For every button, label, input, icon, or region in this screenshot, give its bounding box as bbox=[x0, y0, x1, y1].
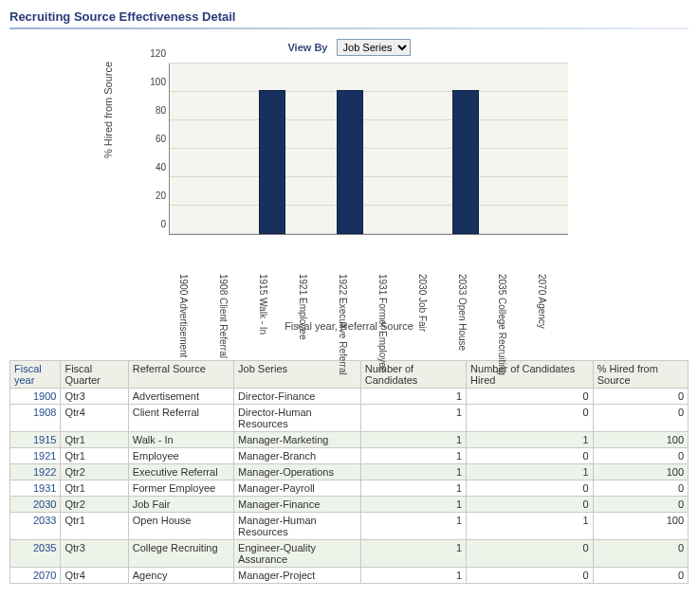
cell-referral-source: College Recruiting bbox=[128, 540, 233, 568]
cell-num-candidates: 1 bbox=[365, 570, 462, 581]
cell-fiscal-quarter: Qtr3 bbox=[61, 389, 128, 405]
chart-bar-slot bbox=[291, 63, 330, 234]
chart-bar-slot bbox=[214, 63, 253, 234]
col-fiscal-quarter: Fiscal Quarter bbox=[61, 361, 128, 389]
cell-job-series: Manager-Project bbox=[234, 568, 361, 584]
chart-bar bbox=[259, 90, 285, 234]
cell-fiscal-quarter: Qtr1 bbox=[61, 480, 128, 497]
cell-referral-source: Advertisement bbox=[128, 389, 233, 405]
table-row: 2030Qtr2Job FairManager-Finance100 bbox=[10, 497, 689, 513]
cell-job-series: Director-Human Resources bbox=[234, 405, 361, 432]
col-referral-source: Referral Source bbox=[128, 361, 233, 389]
chart-xlabel-item: 1922 Executive Referral bbox=[337, 274, 348, 285]
cell-referral-source: Client Referral bbox=[128, 405, 233, 432]
cell-num-hired: 0 bbox=[470, 542, 589, 553]
chart-ytick: 120 bbox=[143, 48, 166, 59]
fiscal-year-link[interactable]: 1921 bbox=[14, 450, 56, 462]
table-row: 2070Qtr4AgencyManager-Project100 bbox=[10, 568, 689, 584]
results-table: Fiscal year Fiscal Quarter Referral Sour… bbox=[9, 360, 689, 584]
cell-referral-source: Walk - In bbox=[128, 432, 233, 448]
cell-fiscal-quarter: Qtr1 bbox=[61, 513, 128, 540]
chart-bar bbox=[337, 90, 363, 234]
cell-job-series: Manager-Marketing bbox=[234, 432, 361, 448]
cell-job-series: Manager-Human Resources bbox=[234, 513, 361, 540]
cell-num-hired: 0 bbox=[470, 450, 589, 462]
cell-fiscal-quarter: Qtr4 bbox=[61, 405, 128, 432]
chart-bar-slot bbox=[175, 63, 214, 234]
fiscal-year-link[interactable]: 1931 bbox=[14, 482, 56, 494]
fiscal-year-link[interactable]: 1922 bbox=[14, 466, 56, 478]
fiscal-year-link[interactable]: 2033 bbox=[14, 515, 56, 526]
cell-fiscal-quarter: Qtr3 bbox=[61, 540, 128, 568]
chart-ytick: 20 bbox=[143, 190, 166, 201]
cell-num-hired: 1 bbox=[470, 434, 589, 445]
cell-fiscal-quarter: Qtr1 bbox=[61, 432, 128, 448]
table-row: 1931Qtr1Former EmployeeManager-Payroll10… bbox=[10, 480, 689, 497]
chart-ytick: 0 bbox=[143, 219, 166, 229]
table-row: 2033Qtr1Open HouseManager-Human Resource… bbox=[10, 513, 689, 540]
cell-job-series: Manager-Finance bbox=[234, 497, 361, 513]
chart-xlabel-item: 1921 Employee bbox=[297, 274, 308, 285]
chart-ytick: 100 bbox=[143, 77, 166, 87]
chart-bar-slot bbox=[369, 63, 408, 234]
cell-pct-hired: 100 bbox=[597, 434, 684, 445]
fiscal-year-link[interactable]: 2035 bbox=[14, 542, 56, 553]
cell-job-series: Director-Finance bbox=[234, 389, 361, 405]
cell-referral-source: Open House bbox=[128, 513, 233, 540]
fiscal-year-link[interactable]: 2030 bbox=[14, 498, 56, 510]
viewby-select[interactable]: Job Series bbox=[337, 39, 411, 56]
chart-bars bbox=[170, 63, 568, 234]
table-row: 1922Qtr2Executive ReferralManager-Operat… bbox=[10, 464, 689, 480]
cell-pct-hired: 0 bbox=[597, 542, 684, 553]
table-row: 1915Qtr1Walk - InManager-Marketing11100 bbox=[10, 432, 689, 448]
col-num-candidates: Number of Candidates bbox=[360, 361, 466, 389]
cell-pct-hired: 0 bbox=[597, 390, 684, 402]
table-row: 1921Qtr1EmployeeManager-Branch100 bbox=[10, 448, 689, 464]
chart-bar-slot bbox=[447, 63, 486, 234]
viewby-row: View By Job Series bbox=[9, 39, 689, 56]
cell-pct-hired: 0 bbox=[597, 570, 684, 581]
chart-bar-slot bbox=[330, 63, 369, 234]
chart-xlabel-item: 2033 Open House bbox=[456, 274, 468, 285]
chart-xlabel-item: 1931 Former Employee bbox=[377, 274, 388, 285]
col-num-hired: Number of Candidates Hired bbox=[467, 361, 594, 389]
page-title: Recruiting Source Effectiveness Detail bbox=[9, 9, 689, 24]
cell-num-candidates: 1 bbox=[365, 407, 462, 418]
chart: % Hired from Source 020406080100120 1900… bbox=[112, 63, 586, 332]
chart-bar-slot bbox=[408, 63, 447, 234]
cell-num-hired: 0 bbox=[470, 390, 589, 402]
chart-bar-slot bbox=[485, 63, 524, 234]
fiscal-year-link[interactable]: 1915 bbox=[14, 434, 56, 445]
cell-job-series: Manager-Payroll bbox=[234, 480, 361, 497]
cell-fiscal-quarter: Qtr2 bbox=[61, 464, 128, 480]
cell-num-candidates: 1 bbox=[365, 450, 462, 462]
cell-referral-source: Agency bbox=[128, 568, 233, 584]
cell-pct-hired: 0 bbox=[597, 407, 684, 418]
chart-xlabel-item: 2035 College Recruiting bbox=[496, 274, 507, 285]
cell-num-hired: 0 bbox=[470, 498, 589, 510]
chart-bar-slot bbox=[524, 63, 562, 234]
cell-referral-source: Executive Referral bbox=[128, 464, 233, 480]
fiscal-year-link[interactable]: 2070 bbox=[14, 570, 56, 581]
cell-fiscal-quarter: Qtr2 bbox=[61, 497, 128, 513]
chart-xlabel-item: 2070 Agency bbox=[536, 274, 547, 285]
cell-num-candidates: 1 bbox=[365, 466, 462, 478]
chart-xlabels: 1900 Advertisement1908 Client Referral19… bbox=[169, 236, 579, 247]
chart-xlabel-item: 1908 Client Referral bbox=[217, 274, 229, 285]
cell-referral-source: Job Fair bbox=[128, 497, 233, 513]
col-fiscal-year[interactable]: Fiscal year bbox=[10, 361, 61, 389]
cell-num-hired: 0 bbox=[470, 482, 589, 494]
cell-num-hired: 0 bbox=[470, 570, 589, 581]
chart-ytick: 80 bbox=[143, 105, 166, 116]
table-header-row: Fiscal year Fiscal Quarter Referral Sour… bbox=[10, 361, 689, 389]
cell-fiscal-quarter: Qtr4 bbox=[61, 568, 128, 584]
table-row: 1900Qtr3AdvertisementDirector-Finance100 bbox=[10, 389, 689, 405]
fiscal-year-link[interactable]: 1908 bbox=[14, 407, 56, 418]
cell-job-series: Engineer-Quality Assurance bbox=[234, 540, 361, 568]
col-pct-hired: % Hired from Source bbox=[593, 361, 688, 389]
cell-referral-source: Former Employee bbox=[128, 480, 233, 497]
cell-pct-hired: 100 bbox=[597, 515, 684, 526]
cell-fiscal-quarter: Qtr1 bbox=[61, 448, 128, 464]
cell-pct-hired: 0 bbox=[597, 498, 684, 510]
fiscal-year-link[interactable]: 1900 bbox=[14, 390, 56, 402]
